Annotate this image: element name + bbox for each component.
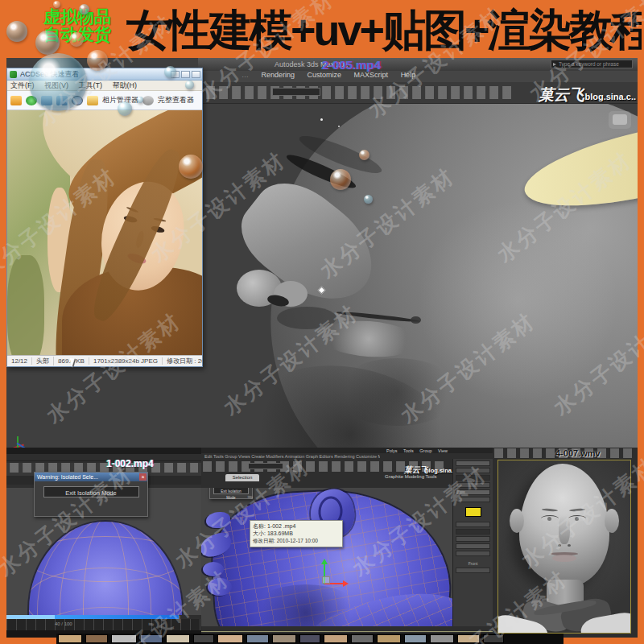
isolation-warning-dialog-mini: Warning: Isolated Sele... Exit Isolation… [209, 488, 253, 499]
dialog-titlebar[interactable]: Warning: Isolated Sele... × [35, 473, 147, 481]
water-bubble [330, 169, 351, 190]
tooltip-size-label: 大小: [253, 530, 266, 536]
status-dimensions: 1701x2389x24b JPEG [89, 357, 163, 365]
gizmo-x-arrow [343, 580, 349, 587]
full-viewer-label[interactable]: 完整查看器 [158, 95, 194, 105]
full-viewer-icon[interactable] [142, 96, 154, 105]
move-gizmo[interactable] [319, 562, 346, 589]
acdsee-statusbar: 12/12 头部 869.0 KB 1701x2389x24b JPEG 修改日… [7, 355, 202, 366]
thumbnail[interactable] [58, 634, 82, 643]
dialog-title: Warning: Isolated Sele... [37, 474, 98, 480]
water-bubble [364, 195, 373, 204]
toolbar-icons[interactable] [206, 86, 512, 99]
bm-viewport-border [201, 631, 493, 632]
thumbnail[interactable] [193, 634, 214, 643]
iris [575, 517, 579, 521]
acdsee-window: ACDSee 快速查看 文件(F) 视图(V) 工具(T) 帮助(H) 相片管理… [6, 68, 203, 367]
hand-tool-icon[interactable] [609, 111, 631, 129]
toolbar-slider[interactable] [272, 88, 320, 96]
video-label-1002: 1-002.mp4 [106, 458, 154, 469]
menu-customize[interactable]: Customize [308, 71, 342, 79]
thumbnail[interactable] [483, 634, 504, 643]
thumbnail[interactable] [246, 634, 269, 643]
bm-toolbar-slider[interactable] [248, 463, 283, 469]
gray-ear-left [510, 509, 524, 533]
panel-button[interactable] [456, 468, 490, 473]
gizmo-y-arrow [321, 559, 328, 564]
panel-button[interactable] [456, 460, 490, 466]
color-swatch-yellow[interactable] [465, 507, 481, 517]
panel-button[interactable] [456, 497, 490, 502]
water-bubble [359, 150, 369, 160]
thumbnail[interactable] [299, 634, 320, 643]
bl-menubar [6, 454, 201, 461]
gray-eye-right [568, 515, 586, 522]
maximize-button[interactable] [181, 71, 190, 78]
open-folder-icon[interactable] [10, 96, 22, 105]
menu-rendering[interactable]: Rendering [262, 71, 295, 79]
nostril-right [568, 544, 571, 547]
bm-tab-selection[interactable]: Selection [225, 474, 259, 481]
thumbnail[interactable] [351, 634, 374, 643]
close-button[interactable] [192, 71, 200, 78]
bm-titlebar[interactable] [201, 448, 493, 453]
thumbnail[interactable] [140, 634, 163, 643]
nostril-left [558, 544, 561, 547]
thumbnail[interactable] [85, 634, 108, 643]
thumbnail[interactable] [111, 634, 137, 643]
exit-isolation-button[interactable]: Exit Isolation Mode [213, 488, 249, 494]
photo-manager-icon[interactable] [87, 96, 98, 105]
thumbnail[interactable] [324, 634, 348, 643]
badge-line1: 虚拟物品 [43, 8, 111, 26]
ribbon-tab-group[interactable]: Group [419, 448, 431, 453]
panel-button[interactable] [456, 568, 490, 573]
panel-button[interactable] [456, 536, 490, 542]
panel-button[interactable] [456, 482, 490, 488]
panel-button[interactable] [456, 543, 490, 549]
max-search-input[interactable]: Type a keyword or phrase [551, 60, 633, 68]
mouth-corner [411, 316, 421, 324]
acdsee-menu-help[interactable]: 帮助(H) [113, 81, 138, 89]
panel-button[interactable] [456, 522, 490, 527]
ribbon-tab-tools[interactable]: Tools [403, 448, 414, 453]
tooltip-date-value: 2010-12-17 10:00 [277, 538, 318, 543]
exit-isolation-button[interactable]: Exit Isolation Mode [43, 486, 139, 497]
timeline-trackbar[interactable]: 40 / 100 [6, 619, 201, 630]
menu-ellipsis: … [242, 71, 249, 79]
max-toolbar: 菓云飞 blog.sina.c.. [198, 82, 638, 104]
thumbnail[interactable] [430, 634, 454, 643]
panel-button[interactable] [456, 529, 490, 535]
tooltip-name-row: 名称: 1-002 .mp4 [253, 522, 340, 530]
vertex-dot [338, 126, 340, 127]
max-titlebar[interactable]: Autodesk 3ds Max 20.. Type a keyword or … [198, 58, 638, 71]
thumbnail[interactable] [272, 634, 296, 643]
gray-brow-left [542, 508, 558, 511]
panel-button[interactable] [456, 475, 490, 481]
thumbnail[interactable] [166, 634, 190, 643]
photo-left-foliage [7, 255, 44, 355]
water-bubble [35, 31, 60, 55]
ribbon-tab-view[interactable]: View [438, 448, 448, 453]
wireframe-head-top [29, 522, 182, 615]
water-bubble [53, 1, 60, 8]
max-window-profile: Edit Tools Group Views Create Modifiers … [201, 448, 493, 638]
reference-photo [7, 110, 202, 355]
render-preview-window: 4-007.wmv [493, 448, 638, 638]
bm-viewport: 名称: 1-002 .mp4 大小: 183.69MB 修改日期: 2010-1… [201, 488, 452, 626]
panel-button[interactable] [456, 551, 490, 556]
tooltip-size-value: 183.69MB [267, 530, 293, 536]
gizmo-plane-handle [322, 576, 330, 584]
dialog-close-icon[interactable]: × [139, 473, 147, 481]
menu-help[interactable]: Help [401, 71, 416, 79]
panel-button[interactable] [456, 489, 490, 495]
menu-maxscript[interactable]: MAXScript [354, 71, 389, 79]
ribbon-tab-polys[interactable]: Polys [386, 448, 397, 453]
panel-front-label: Front [453, 561, 493, 566]
thumbnail[interactable] [217, 634, 243, 643]
bm-menubar[interactable]: Edit Tools Group Views Create Modifiers … [204, 454, 380, 460]
water-bubble [185, 80, 194, 89]
thumbnail[interactable] [377, 634, 401, 643]
bl-titlebar[interactable] [6, 448, 201, 454]
thumbnail[interactable] [457, 634, 480, 643]
thumbnail[interactable] [404, 634, 427, 643]
